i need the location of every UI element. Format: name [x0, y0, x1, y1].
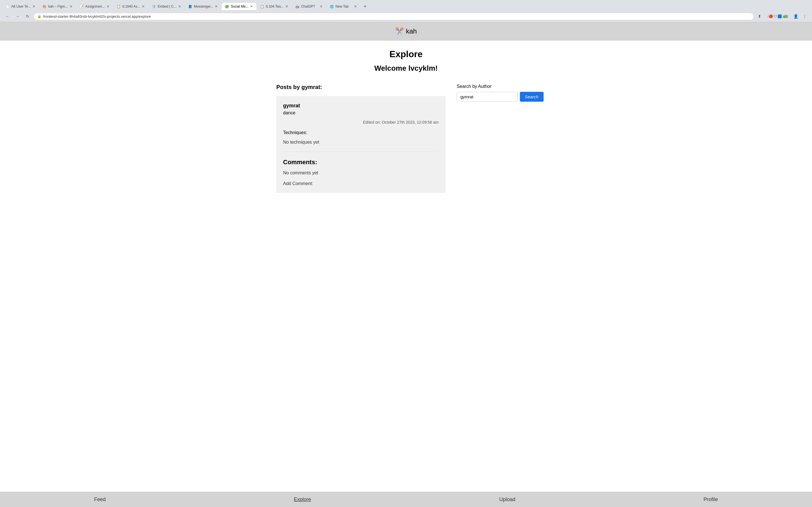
page-title: Explore — [276, 49, 536, 59]
tab-5-favicon: 🛡️ — [152, 4, 156, 8]
nav-bar: ← → ↻ 🔒 frontend-starter-9h4a93rsb-lvcyk… — [0, 11, 812, 22]
tab-4-close[interactable]: ✕ — [142, 4, 145, 8]
tab-10-favicon: 🌐 — [330, 4, 334, 8]
main-content: Explore Welcome lvcyklm! Posts by gymrat… — [271, 41, 541, 491]
search-input[interactable] — [457, 92, 518, 102]
nav-feed[interactable]: Feed — [94, 497, 106, 503]
url-text: frontend-starter-9h4a93rsb-lvcyklm02s-pr… — [43, 14, 151, 18]
app-logo-icon: ✂️ — [395, 27, 404, 35]
tab-9-label: ChatGPT — [301, 4, 315, 8]
tab-10-close[interactable]: ✕ — [354, 4, 357, 8]
no-comments-text: No comments yet — [283, 170, 439, 175]
new-tab-button[interactable]: + — [361, 2, 369, 11]
tab-2-favicon: 🎨 — [43, 4, 47, 8]
sidebar-toggle[interactable]: ⊞ — [783, 12, 791, 20]
post-card: gymrat dance Edited on: October 27th 202… — [276, 96, 446, 193]
techniques-heading: Techniques: — [283, 130, 439, 135]
ext-2-icon[interactable]: 🛡 — [774, 14, 777, 18]
bottom-nav: Feed Explore Upload Profile — [0, 492, 812, 507]
back-button[interactable]: ← — [3, 12, 11, 20]
app-header: ✂️ kah — [0, 22, 812, 41]
comments-heading: Comments: — [283, 159, 439, 166]
tab-9-favicon: 🤖 — [296, 4, 299, 8]
tab-7-close[interactable]: ✕ — [250, 4, 253, 8]
app-logo: ✂️ kah — [0, 27, 812, 35]
tab-10[interactable]: 🌐 New Tab ✕ — [326, 3, 360, 10]
extensions-area: 🔴 🛡 🟦 🧩 — [774, 12, 781, 20]
tab-bar: 📄 A6 User Te... ✕ 🎨 kah – Figm... ✕ 📝 As… — [0, 0, 812, 11]
ext-3-icon[interactable]: 🟦 — [777, 14, 782, 18]
nav-actions: ⬆ ☆ 🔴 🛡 🟦 🧩 ⊞ 👤 ⋮ — [756, 12, 809, 20]
nav-explore[interactable]: Explore — [294, 497, 311, 503]
tab-7[interactable]: 🟢 Social Me... ✕ — [221, 3, 256, 10]
tab-8[interactable]: 📋 6.104 Tea... ✕ — [257, 3, 292, 10]
tab-3-label: Assignmen... — [86, 4, 105, 8]
nav-upload[interactable]: Upload — [499, 497, 515, 503]
tab-10-label: New Tab — [336, 4, 349, 8]
posts-section: Posts by gymrat: gymrat dance Edited on:… — [276, 84, 446, 193]
no-techniques-text: No techniques yet — [283, 140, 439, 152]
tab-6-favicon: 📘 — [188, 4, 192, 8]
post-author: gymrat — [283, 103, 439, 109]
user-profile-icon[interactable]: 👤 — [792, 12, 800, 20]
tab-5-close[interactable]: ✕ — [178, 4, 181, 8]
tab-3[interactable]: 📝 Assignmen... ✕ — [77, 3, 113, 10]
tab-1-label: A6 User Te... — [11, 4, 31, 8]
tab-8-favicon: 📋 — [260, 4, 264, 8]
tab-5[interactable]: 🛡️ Embed | C... ✕ — [149, 3, 184, 10]
lock-icon: 🔒 — [37, 14, 42, 18]
tab-8-close[interactable]: ✕ — [285, 4, 288, 8]
tab-6[interactable]: 📘 Messenger... ✕ — [185, 3, 221, 10]
search-by-author-label: Search by Author — [457, 84, 536, 89]
reload-button[interactable]: ↻ — [24, 12, 32, 20]
ext-1-icon[interactable]: 🔴 — [769, 14, 773, 18]
forward-button[interactable]: → — [13, 12, 21, 20]
post-title: dance — [283, 110, 439, 115]
more-options-button[interactable]: ⋮ — [801, 12, 809, 20]
post-edited-timestamp: Edited on: October 27th 2023, 12:09:56 a… — [283, 120, 439, 124]
tab-4-label: 6.1040 As... — [122, 4, 140, 8]
browser-chrome: 📄 A6 User Te... ✕ 🎨 kah – Figm... ✕ 📝 As… — [0, 0, 812, 22]
share-button[interactable]: ⬆ — [756, 12, 763, 20]
tab-4-favicon: 📋 — [117, 4, 121, 8]
search-button[interactable]: Search — [520, 92, 544, 102]
tab-1-favicon: 📄 — [6, 4, 10, 8]
nav-profile[interactable]: Profile — [703, 497, 718, 503]
tab-7-label: Social Me... — [231, 4, 248, 8]
tab-8-label: 6.104 Tea... — [266, 4, 284, 8]
tab-9[interactable]: 🤖 ChatGPT ✕ — [292, 3, 326, 10]
tab-1-close[interactable]: ✕ — [33, 4, 35, 8]
url-bar[interactable]: 🔒 frontend-starter-9h4a93rsb-lvcyklm02s-… — [34, 13, 753, 20]
tab-6-label: Messenger... — [194, 4, 213, 8]
search-row: Search — [457, 92, 536, 102]
tab-5-label: Embed | C... — [158, 4, 176, 8]
content-layout: Posts by gymrat: gymrat dance Edited on:… — [276, 84, 536, 193]
tab-6-close[interactable]: ✕ — [215, 4, 218, 8]
welcome-text: Welcome lvcyklm! — [276, 64, 536, 73]
tab-9-close[interactable]: ✕ — [320, 4, 322, 8]
app-logo-text: kah — [406, 27, 417, 35]
add-comment-label: Add Comment: — [283, 181, 439, 186]
tab-3-close[interactable]: ✕ — [107, 4, 109, 8]
tab-1[interactable]: 📄 A6 User Te... ✕ — [2, 3, 39, 10]
tab-2-label: kah – Figm... — [48, 4, 68, 8]
tab-4[interactable]: 📋 6.1040 As... ✕ — [113, 3, 148, 10]
tab-3-favicon: 📝 — [80, 4, 84, 8]
tab-2-close[interactable]: ✕ — [70, 4, 72, 8]
tab-7-favicon: 🟢 — [225, 4, 229, 8]
posts-heading: Posts by gymrat: — [276, 84, 446, 91]
search-section: Search by Author Search — [457, 84, 536, 102]
tab-2[interactable]: 🎨 kah – Figm... ✕ — [39, 3, 75, 10]
